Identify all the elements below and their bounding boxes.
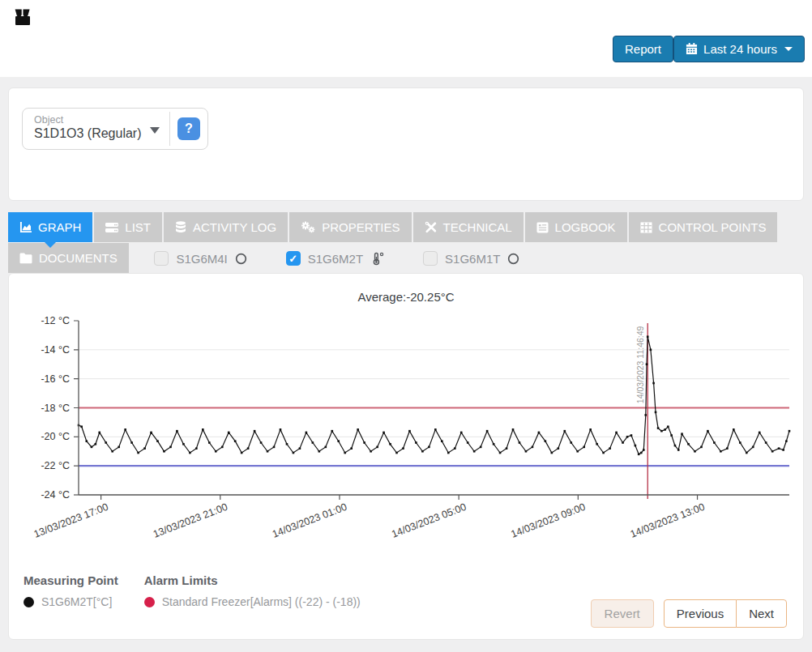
tab-label: CONTROL POINTS [659,220,767,234]
tab-activity-log[interactable]: ACTIVITY LOG [164,212,288,242]
svg-text:-14 °C: -14 °C [41,344,70,356]
filter-panel: Object S1D1O3 (Regular) ? ✓ S1G6M3I ✓ S1… [8,87,804,201]
tab-label: ACTIVITY LOG [193,220,276,234]
checkbox-s1g6m1t[interactable]: ✓ S1G6M1T [423,251,519,266]
list-icon [105,222,118,233]
cogs-icon [301,221,315,233]
alarm-color-dot [144,597,155,607]
legend-measuring-point: Measuring Point S1G6M2T[°C] [24,573,118,608]
series-color-dot [24,597,34,607]
chevron-down-icon [784,47,793,51]
svg-text:14/03/2023 01:00: 14/03/2023 01:00 [271,501,348,540]
chevron-down-icon [150,127,160,134]
svg-text:14/03/2023 13:00: 14/03/2023 13:00 [629,501,707,540]
tools-icon [425,221,437,233]
tab-properties[interactable]: PROPERTIES [289,212,411,242]
legend-alarm-limits: Alarm Limits Standard Freezer[Alarms] ((… [144,573,361,608]
tab-label: LIST [125,220,151,234]
chart-legend: Measuring Point S1G6M2T[°C] Alarm Limits… [24,573,361,608]
page: Report Last 24 hours Object S1D1O3 (Regu… [0,0,812,652]
tab-documents[interactable]: DOCUMENTS [8,243,129,273]
database-icon [175,221,186,233]
legend-item-series[interactable]: S1G6M2T[°C] [24,595,118,608]
logbook-icon [536,222,549,233]
chart-panel: Average:-20.25°C 14/03/2023 11:46:49-12 … [8,273,804,640]
checkbox[interactable]: ✓ [423,251,438,266]
divider [169,112,170,146]
svg-text:14/03/2023 05:00: 14/03/2023 05:00 [390,501,468,540]
tab-list[interactable]: LIST [94,212,162,242]
calendar-icon [686,43,698,55]
period-label: Last 24 hours [703,42,777,56]
active-tab-caret [44,241,57,248]
circle-icon [507,253,519,265]
tab-label: TECHNICAL [443,220,512,234]
tab-bar-row2: DOCUMENTS [8,243,129,273]
checkbox-label: S1G6M2T [308,252,363,266]
checkbox-s1g6m2t[interactable]: ✓ S1G6M2T [286,251,384,266]
tab-label: GRAPH [38,220,81,234]
tab-label: PROPERTIES [322,220,400,234]
table-icon [640,222,652,233]
legend-item-alarm[interactable]: Standard Freezer[Alarms] ((-22) - (-18)) [144,595,361,608]
svg-text:-20 °C: -20 °C [41,431,70,442]
store-icon[interactable] [12,6,33,27]
tab-bar: GRAPH LIST ACTIVITY LOG PROPERTIES TE [8,212,777,242]
help-button[interactable]: ? [177,117,200,140]
temperature-line-chart[interactable]: 14/03/2023 11:46:49-12 °C-14 °C-16 °C-18… [15,313,798,552]
object-select-label: Object [34,114,145,126]
svg-text:-16 °C: -16 °C [41,373,70,385]
legend-header: Alarm Limits [144,573,361,587]
object-select[interactable]: Object S1D1O3 (Regular) [23,109,169,149]
checkbox-s1g6m4i[interactable]: ✓ S1G6M4I [154,251,246,266]
thermometer-icon [370,252,384,266]
tab-logbook[interactable]: LOGBOOK [525,212,627,242]
checkbox[interactable]: ✓ [154,251,169,266]
svg-text:-12 °C: -12 °C [41,315,70,326]
svg-text:13/03/2023 21:00: 13/03/2023 21:00 [152,501,229,540]
chart-footer-buttons: Revert Previous Next [591,599,787,628]
folder-icon [19,253,32,264]
legend-item-label: S1G6M2T[°C] [41,595,112,608]
next-button[interactable]: Next [736,599,787,628]
checkbox-label: S1G6M4I [176,252,227,266]
svg-text:14/03/2023 11:46:49: 14/03/2023 11:46:49 [635,326,645,403]
checkbox-label: S1G6M1T [445,252,500,266]
svg-text:-24 °C: -24 °C [41,489,70,501]
tab-control-points[interactable]: CONTROL POINTS [629,212,778,242]
svg-text:-18 °C: -18 °C [41,403,70,414]
revert-button[interactable]: Revert [591,599,654,628]
circle-icon [235,253,247,265]
tab-label: DOCUMENTS [39,251,118,265]
chart-area-icon [19,222,32,233]
legend-header: Measuring Point [24,573,118,587]
previous-button[interactable]: Previous [664,599,737,628]
svg-text:13/03/2023 17:00: 13/03/2023 17:00 [32,501,110,540]
object-select-value: S1D1O3 (Regular) [34,126,145,141]
object-select-group: Object S1D1O3 (Regular) ? [22,108,208,150]
tab-technical[interactable]: TECHNICAL [413,212,524,242]
period-selector-button[interactable]: Last 24 hours [673,36,805,62]
checkbox[interactable]: ✓ [286,251,301,266]
report-button[interactable]: Report [613,36,673,62]
tab-label: LOGBOOK [555,220,616,234]
svg-text:14/03/2023 09:00: 14/03/2023 09:00 [510,501,588,540]
legend-item-label: Standard Freezer[Alarms] ((-22) - (-18)) [162,595,361,608]
svg-text:-22 °C: -22 °C [41,460,70,471]
tab-graph[interactable]: GRAPH [8,212,92,242]
chart-average-title: Average:-20.25°C [9,290,803,304]
